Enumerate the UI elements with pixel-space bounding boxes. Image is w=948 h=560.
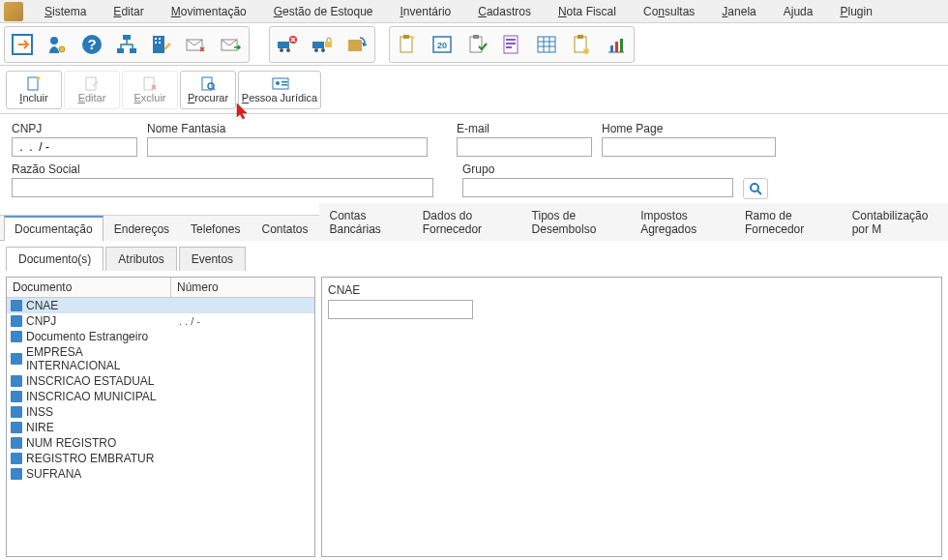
calendar-20-icon[interactable]: 20 [427, 29, 458, 60]
grupo-input[interactable] [462, 178, 733, 197]
svg-text:?: ? [87, 36, 96, 52]
editar-icon [84, 75, 100, 91]
truck-lock-icon[interactable] [307, 29, 338, 60]
doc-row-icon [11, 353, 22, 365]
doc-row-label: INSCRICAO ESTADUAL [26, 374, 179, 388]
svg-point-20 [314, 48, 318, 52]
tab-contabiliza-o-por-m[interactable]: Contabilização por M [842, 203, 948, 241]
tab-dados-do-fornecedor[interactable]: Dados do Fornecedor [412, 203, 521, 241]
subtab-eventos[interactable]: Eventos [179, 247, 246, 271]
mail-in-icon[interactable] [181, 29, 212, 60]
menu-janela[interactable]: Janela [708, 1, 769, 22]
nome-fantasia-label: Nome Fantasia [147, 122, 428, 135]
grupo-search-button[interactable] [743, 178, 768, 199]
doc-row[interactable]: Documento Estrangeiro [7, 329, 314, 344]
menu-sistema[interactable]: Sistema [31, 1, 100, 22]
help-icon[interactable]: ? [76, 29, 107, 60]
pessoa-icon [272, 75, 287, 91]
nome-fantasia-input[interactable] [147, 137, 428, 157]
tab-ramo-de-fornecedor[interactable]: Ramo de Fornecedor [734, 203, 842, 241]
doc-row[interactable]: REGISTRO EMBRATUR [7, 451, 314, 466]
cnae-detail-label: CNAE [328, 283, 935, 297]
excluir-label: Excluir [133, 92, 165, 103]
box-refresh-icon[interactable] [341, 29, 372, 60]
doc-row[interactable]: CNAE [7, 298, 314, 313]
svg-rect-33 [506, 46, 512, 48]
svg-text:20: 20 [437, 41, 447, 50]
doc-row-label: CNPJ [26, 314, 179, 328]
menu-nota-fiscal[interactable]: Nota Fiscal [545, 1, 630, 22]
pessoa-button[interactable]: Pessoa Jurídica [238, 71, 321, 109]
svg-point-16 [280, 48, 283, 52]
doc-row[interactable]: CNPJ . . / - [7, 313, 314, 329]
mail-out-icon[interactable] [216, 29, 247, 60]
editar-button: Editar [64, 71, 120, 109]
menu-consultas[interactable]: Consultas [630, 1, 708, 22]
tab-contas-banc-rias[interactable]: Contas Bancárias [319, 203, 412, 241]
tab-documenta-o[interactable]: Documentação [4, 216, 104, 241]
clipboard-star-icon[interactable] [566, 29, 597, 60]
doc-row[interactable]: INSCRICAO ESTADUAL [7, 373, 314, 389]
svg-point-17 [286, 48, 290, 52]
doc-row-icon [11, 406, 22, 418]
doc-row-icon [11, 315, 22, 327]
incluir-label: Incluir [19, 92, 47, 103]
subtab-documento-s-[interactable]: Documento(s) [6, 247, 104, 271]
spreadsheet-icon[interactable] [531, 29, 562, 60]
svg-point-2 [59, 46, 65, 52]
svg-rect-10 [159, 38, 161, 40]
cnpj-input[interactable] [12, 137, 137, 157]
menu-plugin[interactable]: Plugin [826, 1, 885, 22]
svg-point-1 [50, 37, 58, 44]
col-numero[interactable]: Número [171, 278, 314, 297]
incluir-button[interactable]: Incluir [6, 71, 62, 109]
svg-rect-15 [278, 42, 289, 48]
truck-cancel-icon[interactable] [272, 29, 303, 60]
main-toolbar: ? 20 [0, 23, 948, 66]
cnae-detail-input[interactable] [328, 300, 473, 319]
menu-editar[interactable]: Editar [100, 1, 157, 22]
menu-movimentação[interactable]: Movimentação [158, 1, 260, 22]
menu-inventário[interactable]: Inventário [387, 1, 465, 22]
doc-row[interactable]: EMPRESA INTERNACIONAL [7, 344, 314, 373]
incluir-icon [26, 75, 42, 91]
doc-row[interactable]: NUM REGISTRO [7, 435, 314, 451]
user-key-icon[interactable] [42, 29, 73, 60]
subtab-atributos[interactable]: Atributos [105, 247, 176, 271]
email-input[interactable] [457, 137, 592, 157]
svg-rect-6 [117, 48, 124, 53]
doc-row[interactable]: SUFRANA [7, 466, 314, 482]
doc-row-icon [11, 453, 22, 464]
svg-rect-34 [538, 37, 555, 52]
tab-contatos[interactable]: Contatos [251, 217, 318, 241]
razao-input[interactable] [12, 178, 433, 197]
menu-gestão-de-estoque[interactable]: Gestão de Estoque [260, 1, 387, 22]
editar-label: Editar [78, 92, 106, 103]
chart-icon[interactable] [601, 29, 632, 60]
menu-ajuda[interactable]: Ajuda [770, 1, 827, 22]
exit-icon[interactable] [7, 29, 38, 60]
clipboard-check-icon[interactable] [461, 29, 492, 60]
doc-row-icon [11, 468, 22, 480]
doc-row-icon [11, 375, 22, 387]
procurar-button[interactable]: Procurar [180, 71, 236, 109]
svg-rect-32 [506, 43, 516, 44]
tab-tipos-de-desembolso[interactable]: Tipos de Desembolso [521, 203, 631, 241]
doc-row-label: INSS [26, 405, 179, 419]
doc-row[interactable]: INSCRICAO MUNICIPAL [7, 389, 314, 404]
svg-rect-5 [123, 35, 131, 40]
col-documento[interactable]: Documento [7, 278, 171, 297]
clipboard-sparkle-icon[interactable] [392, 29, 423, 60]
building-edit-icon[interactable] [146, 29, 177, 60]
flowchart-icon[interactable] [111, 29, 142, 60]
cnpj-label: CNPJ [12, 122, 137, 135]
menu-cadastros[interactable]: Cadastros [464, 1, 545, 22]
doc-row[interactable]: NIRE [7, 420, 314, 435]
tab-endere-os[interactable]: Endereços [104, 217, 180, 241]
tab-telefones[interactable]: Telefones [180, 217, 251, 241]
tab-impostos-agregados[interactable]: Impostos Agregados [630, 203, 734, 241]
homepage-input[interactable] [602, 137, 776, 157]
report-purple-icon[interactable] [496, 29, 527, 60]
doc-row[interactable]: INSS [7, 404, 314, 420]
svg-rect-11 [155, 42, 157, 44]
